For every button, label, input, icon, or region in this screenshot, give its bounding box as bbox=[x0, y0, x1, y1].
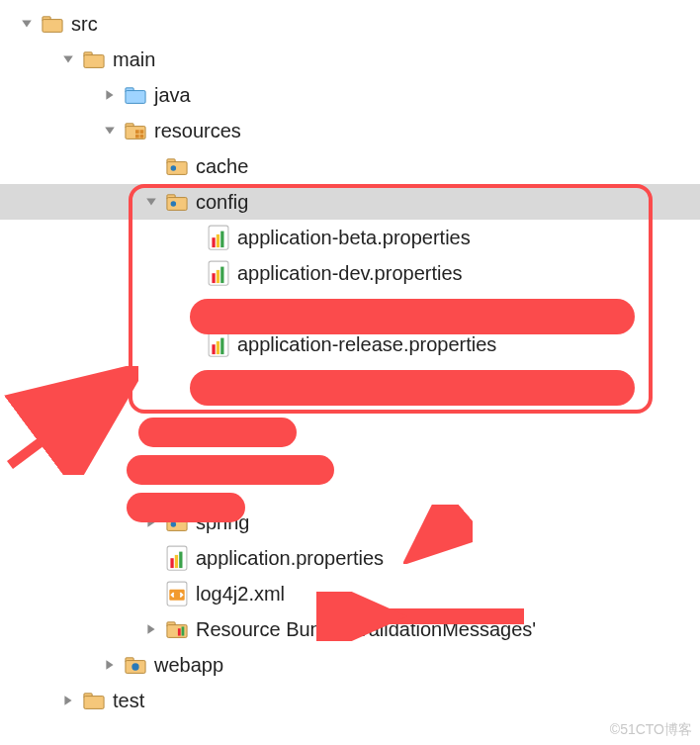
tree-row-log4j2[interactable]: log4j2.xml bbox=[0, 576, 700, 611]
tree-row-app-beta[interactable]: application-beta.properties bbox=[0, 220, 700, 255]
tree-row-redacted[interactable] bbox=[0, 433, 700, 469]
tree-label: webapp bbox=[154, 654, 223, 677]
svg-rect-49 bbox=[182, 626, 185, 635]
tree-row-test[interactable]: test bbox=[0, 683, 700, 718]
tree-label: application-dev.properties bbox=[237, 262, 463, 285]
source-folder-icon bbox=[125, 85, 146, 105]
tree-row-src[interactable]: src bbox=[0, 6, 700, 42]
folder-icon bbox=[83, 691, 105, 710]
folder-icon bbox=[83, 49, 105, 69]
tree-label: Resource Bundle 'ValidationMessages' bbox=[196, 618, 536, 641]
tree-label: application-beta.properties bbox=[237, 227, 471, 249]
svg-rect-32 bbox=[212, 344, 215, 354]
tree-row-resources[interactable]: resources bbox=[0, 113, 700, 148]
tree-row-config[interactable]: config bbox=[0, 184, 700, 220]
chevron-down-icon[interactable] bbox=[101, 122, 119, 140]
svg-rect-40 bbox=[170, 558, 173, 568]
svg-point-38 bbox=[171, 521, 176, 526]
svg-rect-24 bbox=[212, 237, 215, 247]
tree-label: main bbox=[113, 48, 155, 71]
tree-row-webapp[interactable]: webapp bbox=[0, 647, 700, 683]
svg-rect-8 bbox=[126, 90, 145, 103]
tree-row-redacted[interactable] bbox=[0, 362, 700, 398]
svg-rect-14 bbox=[135, 135, 139, 139]
svg-rect-28 bbox=[212, 273, 215, 283]
svg-point-53 bbox=[131, 663, 138, 670]
svg-rect-5 bbox=[84, 54, 104, 67]
chevron-down-icon[interactable] bbox=[59, 50, 77, 68]
svg-rect-33 bbox=[217, 341, 219, 354]
svg-rect-30 bbox=[220, 266, 223, 282]
tree-label: src bbox=[71, 13, 98, 36]
tree-row-main[interactable]: main bbox=[0, 42, 700, 77]
svg-marker-6 bbox=[106, 90, 113, 100]
svg-rect-29 bbox=[217, 270, 219, 283]
folder-dot-icon bbox=[166, 192, 188, 212]
svg-rect-17 bbox=[167, 161, 187, 174]
properties-file-icon bbox=[208, 228, 229, 247]
svg-rect-25 bbox=[217, 234, 219, 247]
chevron-right-icon[interactable] bbox=[59, 692, 77, 709]
tree-row-java[interactable]: java bbox=[0, 77, 700, 113]
properties-file-icon bbox=[166, 548, 188, 568]
bundle-folder-icon bbox=[166, 619, 188, 639]
tree-label: config bbox=[196, 191, 248, 214]
properties-file-icon bbox=[208, 334, 229, 354]
svg-marker-54 bbox=[64, 696, 71, 705]
svg-rect-13 bbox=[140, 130, 144, 134]
tree-row-redacted[interactable] bbox=[0, 469, 700, 505]
svg-marker-35 bbox=[147, 517, 154, 527]
tree-row-app-release[interactable]: application-release.properties bbox=[0, 326, 700, 362]
properties-file-icon bbox=[208, 263, 229, 283]
tree-label: java bbox=[154, 84, 191, 107]
svg-rect-37 bbox=[167, 517, 187, 530]
svg-rect-34 bbox=[220, 337, 223, 353]
chevron-down-icon[interactable] bbox=[18, 15, 36, 33]
tree-row-app-props[interactable]: application.properties bbox=[0, 540, 700, 576]
svg-marker-45 bbox=[147, 624, 154, 634]
tree-label: application-release.properties bbox=[237, 333, 496, 356]
resources-folder-icon bbox=[125, 121, 146, 140]
chevron-down-icon[interactable] bbox=[142, 193, 160, 211]
tree-label: cache bbox=[196, 155, 248, 178]
tree-label: resources bbox=[154, 120, 241, 142]
tree-label: spring bbox=[196, 512, 249, 534]
svg-rect-26 bbox=[220, 231, 223, 246]
svg-marker-0 bbox=[22, 20, 32, 27]
tree-row-redacted[interactable] bbox=[0, 291, 700, 326]
svg-rect-2 bbox=[43, 19, 62, 32]
tree-label: log4j2.xml bbox=[196, 583, 285, 605]
tree-row-cache[interactable]: cache bbox=[0, 148, 700, 184]
svg-rect-48 bbox=[178, 628, 181, 635]
chevron-right-icon[interactable] bbox=[142, 620, 160, 638]
svg-marker-19 bbox=[146, 198, 156, 205]
svg-rect-41 bbox=[175, 555, 178, 568]
svg-rect-21 bbox=[167, 197, 187, 210]
chevron-right-icon[interactable] bbox=[101, 86, 119, 104]
chevron-right-icon[interactable] bbox=[101, 656, 119, 674]
tree-row-redacted[interactable] bbox=[0, 398, 700, 433]
svg-marker-9 bbox=[105, 127, 115, 134]
folder-dot-icon bbox=[166, 156, 188, 176]
tree-row-app-dev[interactable]: application-dev.properties bbox=[0, 255, 700, 291]
xml-file-icon bbox=[166, 584, 188, 604]
tree-row-resource-bundle[interactable]: Resource Bundle 'ValidationMessages' bbox=[0, 611, 700, 647]
svg-rect-12 bbox=[135, 130, 139, 134]
watermark: ©51CTO博客 bbox=[610, 721, 692, 739]
svg-point-18 bbox=[171, 165, 176, 170]
svg-marker-50 bbox=[106, 660, 113, 670]
svg-point-22 bbox=[171, 201, 176, 206]
folder-icon bbox=[42, 14, 63, 34]
tree-label: test bbox=[113, 690, 144, 712]
chevron-right-icon[interactable] bbox=[142, 513, 160, 531]
svg-rect-42 bbox=[179, 551, 182, 567]
web-folder-icon bbox=[125, 655, 146, 675]
tree-row-spring[interactable]: spring bbox=[0, 505, 700, 540]
tree-label: application.properties bbox=[196, 547, 384, 570]
svg-marker-3 bbox=[63, 55, 73, 62]
project-tree: src main java resources bbox=[0, 0, 700, 718]
svg-rect-56 bbox=[84, 696, 104, 708]
folder-dot-icon bbox=[166, 512, 188, 532]
svg-rect-15 bbox=[140, 135, 144, 139]
